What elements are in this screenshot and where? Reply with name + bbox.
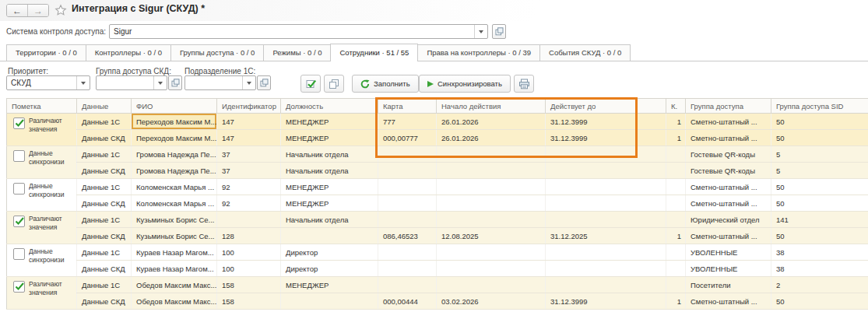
cell-fio[interactable]: Переходов Максим М...: [132, 130, 217, 146]
cell-k[interactable]: [666, 261, 686, 277]
cell-card[interactable]: [378, 277, 437, 293]
row-mark-checkbox[interactable]: [13, 150, 25, 162]
column-header[interactable]: Пометка: [7, 99, 77, 114]
chevron-down-icon[interactable]: [242, 76, 255, 89]
cell-end[interactable]: [546, 244, 666, 261]
cell-position[interactable]: Директор: [281, 244, 378, 261]
cell-fio[interactable]: Коломенская Марья ...: [132, 195, 217, 212]
cell-end[interactable]: [546, 261, 666, 277]
mark-cell[interactable]: Данные синхронизи: [7, 244, 77, 277]
cell-card[interactable]: [378, 163, 437, 179]
cell-id[interactable]: 100: [217, 261, 281, 277]
back-button[interactable]: ←: [7, 5, 28, 16]
cell-position[interactable]: МЕНЕДЖЕР: [281, 179, 378, 195]
tab-item[interactable]: Режимы · 0 / 0: [263, 44, 331, 61]
cell-start[interactable]: [437, 244, 546, 261]
cell-k[interactable]: [666, 163, 686, 179]
cell-sid[interactable]: 50: [771, 179, 868, 195]
table-row[interactable]: Различают значенияДанные 1СПереходов Мак…: [7, 114, 868, 130]
tab-item[interactable]: Территории · 0 / 0: [6, 44, 86, 61]
cell-group[interactable]: Сметно-штатный ...: [686, 293, 771, 310]
column-header[interactable]: Идентификатор: [217, 99, 281, 114]
cell-id[interactable]: 92: [217, 179, 281, 195]
cell-end[interactable]: [546, 277, 666, 293]
cell-start[interactable]: [437, 261, 546, 277]
cell-source[interactable]: Данные СКД: [77, 130, 132, 146]
column-header[interactable]: Начало действия: [437, 99, 546, 114]
cell-fio[interactable]: Кузьминых Борис Се...: [132, 228, 217, 244]
cell-k[interactable]: 1: [666, 114, 686, 130]
current-cell-fio[interactable]: Переходов Максим М...: [132, 114, 217, 130]
cell-sid[interactable]: 141: [771, 212, 868, 228]
cell-group[interactable]: Юридический отдел: [686, 212, 771, 228]
cell-start[interactable]: 03.02.2026: [437, 293, 546, 310]
fill-button[interactable]: Заполнить: [352, 75, 419, 93]
cell-end[interactable]: 31.12.3999: [546, 293, 666, 310]
cell-sid[interactable]: 50: [771, 293, 868, 310]
cell-start[interactable]: [437, 195, 546, 212]
cell-group[interactable]: УВОЛЕННЫЕ: [686, 244, 771, 261]
cell-group[interactable]: Сметно-штатный ...: [686, 228, 771, 244]
table-row[interactable]: Данные СКДКураев Назар Магом...100Директ…: [7, 261, 868, 277]
cell-card[interactable]: [378, 261, 437, 277]
cell-source[interactable]: Данные СКД: [77, 228, 132, 244]
table-row[interactable]: Данные СКДОбедов Максим Макс...158000,00…: [7, 293, 868, 310]
cell-position[interactable]: МЕНЕДЖЕР: [281, 195, 378, 212]
tab-item[interactable]: Права на контроллеры · 0 / 39: [417, 44, 540, 61]
clear-marks-button[interactable]: [324, 75, 344, 93]
chevron-down-icon[interactable]: [153, 76, 167, 89]
cell-id[interactable]: 37: [217, 163, 281, 179]
cell-start[interactable]: 12.08.2025: [437, 228, 546, 244]
cell-fio[interactable]: Громова Надежда Пе...: [132, 163, 217, 179]
cell-position[interactable]: Начальник отдела: [281, 146, 378, 163]
cell-k[interactable]: [666, 244, 686, 261]
cell-end[interactable]: [546, 179, 666, 195]
cell-card[interactable]: [378, 146, 437, 163]
cell-source[interactable]: Данные 1С: [77, 146, 132, 163]
cell-card[interactable]: 777: [378, 114, 437, 130]
cell-card[interactable]: 086,46523: [378, 228, 437, 244]
cell-sid[interactable]: 38: [771, 261, 868, 277]
cell-end[interactable]: 31.12.2025: [546, 228, 666, 244]
cell-group[interactable]: Гостевые QR-коды: [686, 146, 771, 163]
cell-source[interactable]: Данные СКД: [77, 163, 132, 179]
cell-sid[interactable]: 50: [771, 130, 868, 146]
favorite-star-icon[interactable]: [54, 4, 67, 16]
cell-sid[interactable]: 50: [771, 228, 868, 244]
cell-group[interactable]: УВОЛЕННЫЕ: [686, 261, 771, 277]
row-mark-checkbox[interactable]: [13, 216, 25, 227]
cell-end[interactable]: 31.12.3999: [546, 130, 666, 146]
cell-card[interactable]: 000,00444: [378, 293, 437, 310]
cell-card[interactable]: [378, 195, 437, 212]
tab-item[interactable]: События СКУД · 0 / 0: [539, 44, 631, 61]
cell-id[interactable]: 147: [217, 114, 281, 130]
cell-id[interactable]: 147: [217, 130, 281, 146]
table-row[interactable]: Данные СКДКузьминых Борис Се...128086,46…: [7, 228, 868, 244]
column-header[interactable]: Действует до: [546, 99, 666, 114]
mark-cell[interactable]: Различают значения: [7, 114, 77, 146]
cell-sid[interactable]: 50: [771, 195, 868, 212]
column-header[interactable]: ФИО: [132, 99, 217, 114]
cell-start[interactable]: [437, 179, 546, 195]
column-header[interactable]: Карта: [378, 99, 437, 114]
mark-cell[interactable]: Данные синхронизи: [7, 146, 77, 179]
cell-source[interactable]: Данные 1С: [77, 277, 132, 293]
column-header[interactable]: Группа доступа SID: [771, 99, 868, 114]
row-mark-checkbox[interactable]: [13, 281, 25, 293]
cell-source[interactable]: Данные 1С: [77, 212, 132, 228]
cell-sid[interactable]: 5: [771, 163, 868, 179]
cell-sid[interactable]: 2: [771, 277, 868, 293]
acs-combobox[interactable]: Sigur: [109, 24, 488, 39]
tab-item[interactable]: Контроллеры · 0 / 0: [86, 44, 171, 61]
cell-source[interactable]: Данные 1С: [77, 244, 132, 261]
tab-active[interactable]: Сотрудники · 51 / 55: [330, 44, 418, 61]
chevron-down-icon[interactable]: [76, 76, 90, 89]
access-group-combobox[interactable]: [96, 75, 167, 90]
cell-group[interactable]: Сметно-штатный ...: [686, 179, 771, 195]
column-header[interactable]: Группа доступа: [686, 99, 771, 114]
row-mark-checkbox[interactable]: [13, 248, 25, 260]
cell-k[interactable]: [666, 146, 686, 163]
column-header[interactable]: Данные: [77, 99, 132, 114]
cell-group[interactable]: Гостевые QR-коды: [686, 163, 771, 179]
cell-group[interactable]: Сметно-штатный ...: [686, 130, 771, 146]
